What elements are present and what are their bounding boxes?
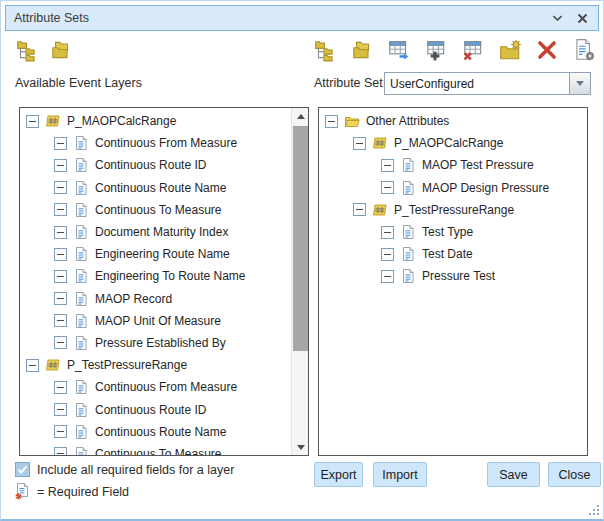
tree-item-label: Continuous To Measure	[95, 447, 222, 455]
tree-item[interactable]: Engineering To Route Name	[20, 265, 291, 287]
field-icon	[73, 424, 89, 440]
dock-chevron-icon[interactable]	[548, 9, 566, 27]
dropdown-arrow-icon[interactable]	[569, 73, 590, 94]
collapse-toggle-icon[interactable]	[54, 181, 67, 194]
table-remove-icon[interactable]	[461, 38, 485, 62]
collapse-toggle-icon[interactable]	[353, 203, 366, 216]
save-button[interactable]: Save	[487, 462, 540, 487]
tree-item-label: Other Attributes	[366, 114, 449, 128]
scroll-up-icon[interactable]	[292, 108, 309, 124]
collapse-toggle-icon[interactable]	[381, 159, 394, 172]
field-icon	[400, 246, 416, 262]
delete-icon[interactable]	[535, 38, 559, 62]
tree-item[interactable]: MAOP Test Pressure	[319, 154, 587, 176]
tree-item[interactable]: Engineering Route Name	[20, 243, 291, 265]
tree-item[interactable]: Continuous From Measure	[20, 376, 291, 398]
vertical-scrollbar[interactable]	[291, 108, 308, 455]
tree-item[interactable]: MAOP Unit Of Measure	[20, 310, 291, 332]
dialog-title: Attribute Sets	[6, 11, 548, 25]
new-event-layer-tree-icon[interactable]	[313, 38, 337, 62]
tree-item[interactable]: Continuous To Measure	[20, 443, 291, 455]
collapse-toggle-icon[interactable]	[54, 137, 67, 150]
table-export-icon[interactable]	[387, 38, 411, 62]
tree-item[interactable]: Continuous Route Name	[20, 177, 291, 199]
close-icon[interactable]	[573, 9, 591, 27]
collapse-toggle-icon[interactable]	[325, 115, 338, 128]
collapse-toggle-icon[interactable]	[353, 137, 366, 150]
export-button[interactable]: Export	[314, 462, 363, 487]
required-field-legend-label: = Required Field	[37, 485, 129, 499]
tree-item-label: Continuous Route Name	[95, 181, 226, 195]
titlebar[interactable]: Attribute Sets	[5, 5, 599, 31]
tree-item[interactable]: Document Maturity Index	[20, 221, 291, 243]
collapse-toggle-icon[interactable]	[54, 403, 67, 416]
tree-item-label: Document Maturity Index	[95, 225, 228, 239]
new-event-layer-tree-icon[interactable]	[15, 38, 39, 62]
scrollbar-thumb[interactable]	[293, 126, 308, 351]
collapse-toggle-icon[interactable]	[381, 270, 394, 283]
tree-item[interactable]: MAOP Design Pressure	[319, 177, 587, 199]
tree-item-label: MAOP Test Pressure	[422, 158, 534, 172]
close-button[interactable]: Close	[548, 462, 601, 487]
collapse-toggle-icon[interactable]	[54, 292, 67, 305]
tree-item[interactable]: Continuous To Measure	[20, 199, 291, 221]
include-required-fields-row[interactable]: Include all required fields for a layer	[15, 462, 234, 477]
tree-item[interactable]: Test Date	[319, 243, 587, 265]
collapse-toggle-icon[interactable]	[381, 226, 394, 239]
open-folders-icon[interactable]	[49, 38, 73, 62]
tree-item[interactable]: P_TestPressureRange	[20, 354, 291, 376]
tree-item[interactable]: Continuous Route Name	[20, 421, 291, 443]
collapse-toggle-icon[interactable]	[381, 181, 394, 194]
folder-open-icon	[344, 113, 360, 129]
attribute-set-dropdown[interactable]: UserConfigured	[384, 72, 591, 95]
attribute-set-value: UserConfigured	[385, 73, 569, 94]
tree-item-label: Engineering To Route Name	[95, 269, 246, 283]
table-add-icon[interactable]	[424, 38, 448, 62]
collapse-toggle-icon[interactable]	[54, 226, 67, 239]
collapse-toggle-icon[interactable]	[54, 159, 67, 172]
open-folders-icon[interactable]	[350, 38, 374, 62]
collapse-toggle-icon[interactable]	[54, 314, 67, 327]
folder-settings-icon[interactable]	[498, 38, 522, 62]
document-settings-icon[interactable]	[572, 38, 596, 62]
tree-item-label: Pressure Established By	[95, 336, 226, 350]
tree-item[interactable]: P_MAOPCalcRange	[20, 110, 291, 132]
attribute-set-tree: Other AttributesP_MAOPCalcRangeMAOP Test…	[319, 108, 587, 455]
tree-item-label: Engineering Route Name	[95, 247, 230, 261]
tree-item[interactable]: P_TestPressureRange	[319, 199, 587, 221]
tree-item[interactable]: Pressure Established By	[20, 332, 291, 354]
tree-item[interactable]: Test Type	[319, 221, 587, 243]
collapse-toggle-icon[interactable]	[26, 115, 39, 128]
tree-item-label: P_TestPressureRange	[394, 203, 514, 217]
collapse-toggle-icon[interactable]	[54, 381, 67, 394]
tree-item-label: P_MAOPCalcRange	[67, 114, 176, 128]
tree-item[interactable]: Continuous From Measure	[20, 132, 291, 154]
collapse-toggle-icon[interactable]	[54, 248, 67, 261]
import-button[interactable]: Import	[373, 462, 427, 487]
collapse-toggle-icon[interactable]	[54, 447, 67, 455]
tree-item-label: Continuous Route ID	[95, 403, 206, 417]
collapse-toggle-icon[interactable]	[26, 359, 39, 372]
field-icon	[73, 446, 89, 455]
tree-item-label: Continuous Route ID	[95, 158, 206, 172]
field-icon	[400, 224, 416, 240]
scroll-down-icon[interactable]	[292, 439, 309, 455]
tree-item-label: Continuous From Measure	[95, 380, 237, 394]
field-icon	[73, 135, 89, 151]
tree-item[interactable]: Pressure Test	[319, 265, 587, 287]
collapse-toggle-icon[interactable]	[381, 248, 394, 261]
tree-item[interactable]: Continuous Route ID	[20, 154, 291, 176]
collapse-toggle-icon[interactable]	[54, 425, 67, 438]
collapse-toggle-icon[interactable]	[54, 203, 67, 216]
tree-item[interactable]: Continuous Route ID	[20, 398, 291, 420]
include-required-fields-checkbox[interactable]	[15, 462, 30, 477]
tree-item[interactable]: P_MAOPCalcRange	[319, 132, 587, 154]
collapse-toggle-icon[interactable]	[54, 270, 67, 283]
event-layer-icon	[45, 113, 61, 129]
available-layers-panel: P_MAOPCalcRangeContinuous From MeasureCo…	[19, 107, 309, 456]
tree-item[interactable]: Other Attributes	[319, 110, 587, 132]
collapse-toggle-icon[interactable]	[54, 336, 67, 349]
resize-grip-icon[interactable]	[588, 503, 601, 516]
tree-item[interactable]: MAOP Record	[20, 288, 291, 310]
field-icon	[73, 291, 89, 307]
